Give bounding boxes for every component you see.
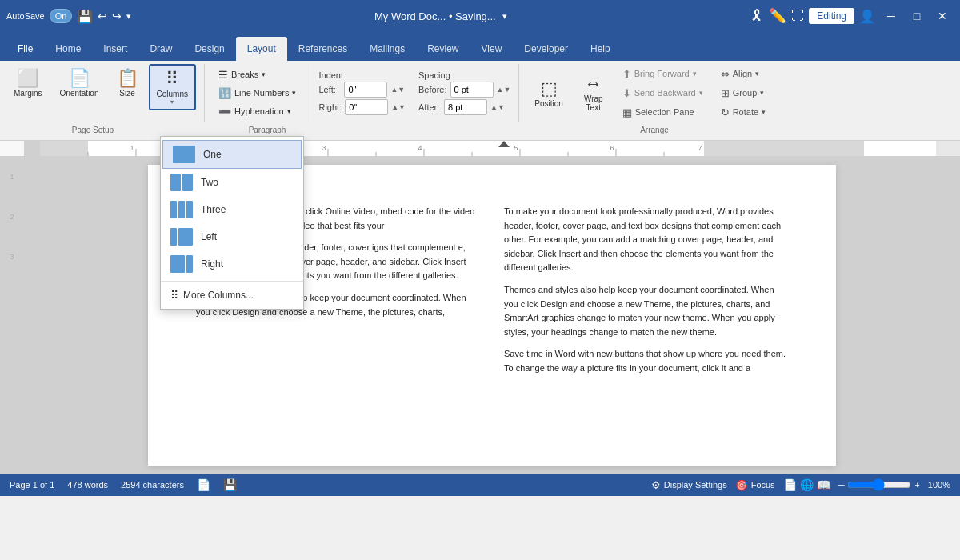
more-columns-label: More Columns...: [183, 290, 254, 301]
title-bar: AutoSave On 💾 ↩ ↪ ▾ My Word Doc... • Sav…: [0, 0, 960, 32]
breaks-btn[interactable]: ☰ Breaks ▾: [213, 66, 302, 83]
columns-left-item[interactable]: Left: [161, 223, 303, 250]
columns-divider: [161, 281, 303, 282]
title-dropdown-btn[interactable]: ▾: [502, 11, 507, 22]
tab-developer[interactable]: Developer: [513, 37, 579, 61]
more-columns-item[interactable]: ⠿ More Columns...: [161, 285, 303, 306]
svg-text:7: 7: [698, 144, 702, 152]
columns-one-item[interactable]: One: [162, 140, 302, 169]
status-bar: Page 1 of 1 478 words 2594 characters 📄 …: [0, 474, 960, 496]
paragraph-group-label: Paragraph: [179, 126, 355, 134]
quick-access-more[interactable]: ▾: [126, 11, 131, 22]
indent-right-input[interactable]: [345, 99, 388, 115]
columns-right-item[interactable]: Right: [161, 250, 303, 278]
columns-three-item[interactable]: Three: [161, 196, 303, 223]
ribbon-icon[interactable]: 🎗: [750, 8, 764, 25]
document-column-2[interactable]: To make your document look professionall…: [504, 205, 788, 384]
display-settings-btn[interactable]: ⚙ Display Settings: [651, 479, 727, 491]
tab-references[interactable]: References: [287, 37, 358, 61]
tab-file[interactable]: File: [6, 37, 44, 61]
margins-btn[interactable]: ⬜ Margins: [6, 64, 50, 102]
selection-pane-btn[interactable]: ▦ Selection Pane: [617, 104, 709, 121]
undo-btn[interactable]: ↩: [98, 10, 107, 22]
arrange-group-label: Arrange: [355, 126, 954, 134]
wrap-text-btn[interactable]: ↔ Wrap Text: [577, 70, 610, 116]
maximize-btn[interactable]: □: [906, 5, 928, 27]
indent-left-input[interactable]: [344, 82, 387, 98]
line-numbers-btn[interactable]: 🔢 Line Numbers ▾: [213, 85, 302, 102]
autosave-toggle[interactable]: On: [50, 9, 73, 23]
share-icon[interactable]: 👤: [859, 9, 875, 24]
tab-mailings[interactable]: Mailings: [358, 37, 416, 61]
doc-p3-col2: Save time in Word with new buttons that …: [504, 347, 788, 375]
ruler: 1 2 3 4 5 6 7: [0, 141, 960, 157]
focus-btn[interactable]: 🎯 Focus: [735, 479, 775, 491]
editing-mode-btn[interactable]: Editing: [809, 8, 854, 24]
hyphenation-btn[interactable]: ➖ Hyphenation ▾: [213, 103, 302, 120]
columns-two-label: Two: [201, 177, 218, 188]
rotate-btn[interactable]: ↻ Rotate ▾: [715, 104, 771, 121]
word-count: 478 words: [67, 480, 108, 490]
web-view-btn[interactable]: 🌐: [800, 478, 814, 491]
svg-text:5: 5: [514, 144, 518, 152]
position-btn[interactable]: ⬚ Position: [527, 74, 570, 112]
columns-two-icon: [170, 174, 193, 191]
columns-two-item[interactable]: Two: [161, 169, 303, 196]
vertical-ruler: 1 2 3: [0, 157, 24, 474]
autosave-label: AutoSave: [6, 11, 45, 21]
align-btn[interactable]: ⇔ Align ▾: [715, 66, 771, 82]
group-btn[interactable]: ⊞ Group ▾: [715, 85, 771, 102]
indent-right-label: Right:: [318, 102, 342, 112]
redo-btn[interactable]: ↪: [112, 10, 122, 22]
send-backward-btn[interactable]: ⬇ Send Backward ▾: [617, 85, 709, 102]
columns-left-icon: [170, 228, 193, 246]
tab-view[interactable]: View: [470, 37, 514, 61]
svg-rect-0: [40, 141, 88, 156]
spacing-after-input[interactable]: [444, 99, 487, 115]
save-status-icon: 💾: [223, 478, 237, 491]
svg-text:3: 3: [322, 144, 326, 152]
zoom-slider[interactable]: ─ +: [838, 478, 920, 491]
columns-btn[interactable]: ⠿ Columns ▾: [149, 64, 196, 110]
tab-design[interactable]: Design: [183, 37, 235, 61]
save-icon[interactable]: 💾: [77, 9, 93, 24]
spacing-label: Spacing: [418, 70, 510, 80]
print-view-btn[interactable]: 📄: [783, 478, 797, 491]
columns-one-icon: [173, 146, 195, 163]
size-btn[interactable]: 📋 Size: [110, 64, 146, 102]
orientation-btn[interactable]: 📄 Orientation: [53, 64, 106, 102]
pen-icon[interactable]: ✏️: [769, 7, 786, 25]
svg-text:4: 4: [418, 144, 422, 152]
character-count: 2594 characters: [121, 480, 184, 490]
columns-dropdown: One Two Three Left Right ⠿ M: [160, 136, 304, 310]
read-view-btn[interactable]: 📖: [817, 478, 830, 491]
tab-layout[interactable]: Layout: [236, 37, 287, 61]
tab-draw[interactable]: Draw: [138, 37, 183, 61]
indent-label: Indent: [318, 70, 406, 80]
tab-review[interactable]: Review: [416, 37, 470, 61]
spacing-before-input[interactable]: [450, 82, 494, 98]
doc-title: My Word Doc... • Saving...: [374, 10, 496, 22]
tab-home[interactable]: Home: [44, 37, 92, 61]
doc-p2-col2: Themes and styles also help keep your do…: [504, 283, 788, 339]
close-btn[interactable]: ✕: [931, 5, 954, 27]
fullscreen-icon[interactable]: ⛶: [791, 9, 804, 23]
page-count: Page 1 of 1: [10, 480, 54, 490]
document-area: 1 2 3 ...rful way to help you n you clic…: [0, 157, 960, 474]
tab-bar: File Home Insert Draw Design Layout Refe…: [0, 32, 960, 61]
ribbon: ⬜ Margins 📄 Orientation 📋 Size ⠿ Columns…: [0, 61, 960, 141]
bring-forward-btn[interactable]: ⬆ Bring Forward ▾: [617, 66, 709, 82]
indent-left-label: Left:: [318, 85, 341, 94]
svg-text:1: 1: [130, 144, 134, 152]
minimize-btn[interactable]: ─: [880, 5, 902, 27]
columns-three-icon: [170, 201, 193, 218]
columns-left-label: Left: [201, 231, 217, 242]
tab-insert[interactable]: Insert: [92, 37, 138, 61]
svg-rect-1: [704, 141, 864, 156]
page-setup-group-label: Page Setup: [6, 126, 179, 134]
tab-help[interactable]: Help: [579, 37, 622, 61]
columns-right-icon: [170, 255, 193, 273]
proofing-icon: 📄: [197, 478, 210, 491]
zoom-level: 100%: [928, 480, 950, 490]
doc-p1-col2: To make your document look professionall…: [504, 205, 788, 275]
